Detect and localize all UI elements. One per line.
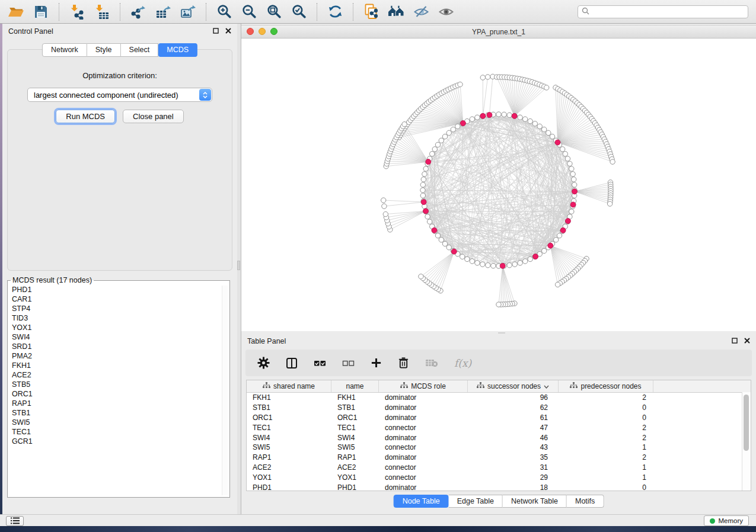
- toolbar-separator: [353, 3, 353, 21]
- mcds-result-item[interactable]: STP4: [12, 304, 221, 313]
- mcds-result-item[interactable]: STB5: [12, 380, 221, 389]
- optimization-criterion-label: Optimization criterion:: [8, 71, 232, 80]
- tab-mcds[interactable]: MCDS: [158, 43, 197, 57]
- mcds-result-item[interactable]: FKH1: [12, 361, 221, 370]
- deselect-all-icon[interactable]: [342, 359, 355, 367]
- table-row[interactable]: YOX1YOX1connector291: [247, 472, 751, 482]
- table-panel: Table Panel f(x) shared namenameMCDS rol…: [241, 334, 756, 514]
- tab-style[interactable]: Style: [87, 43, 121, 57]
- memory-status-icon: [710, 518, 715, 524]
- table-row[interactable]: FKH1FKH1dominator962: [247, 393, 751, 403]
- table-cell: TEC1: [247, 424, 331, 432]
- toolbar-group: [359, 2, 458, 21]
- search-input[interactable]: [589, 6, 748, 18]
- table-toolbar: f(x): [245, 350, 752, 376]
- import-table-icon[interactable]: [90, 2, 114, 21]
- table-cell: PHD1: [247, 483, 331, 492]
- criterion-dropdown[interactable]: largest connected component (undirected): [27, 88, 212, 102]
- result-list-scrollbar[interactable]: [222, 286, 228, 495]
- column-header-predecessor-nodes[interactable]: predecessor nodes: [559, 380, 653, 392]
- table-row[interactable]: TEC1TEC1connector472: [247, 422, 751, 432]
- zoom-in-icon[interactable]: [212, 2, 237, 21]
- tab-motifs[interactable]: Motifs: [567, 495, 604, 508]
- table-row[interactable]: ORC1ORC1dominator610: [247, 413, 751, 423]
- status-bar: Memory: [0, 514, 756, 526]
- mcds-result-item[interactable]: SWI4: [12, 332, 221, 342]
- table-cell: ORC1: [331, 414, 379, 422]
- add-column-icon[interactable]: [371, 357, 382, 368]
- float-panel-icon[interactable]: [213, 27, 219, 36]
- tab-network-table[interactable]: Network Table: [503, 495, 567, 508]
- close-panel-button[interactable]: Close panel: [123, 110, 184, 123]
- save-session-icon[interactable]: [28, 2, 53, 21]
- mcds-result-item[interactable]: PHD1: [12, 285, 221, 294]
- table-row[interactable]: STB1STB1dominator620: [247, 403, 751, 413]
- share-network-file-icon[interactable]: [359, 2, 384, 21]
- table-settings-gear-icon[interactable]: [257, 357, 270, 369]
- export-image-icon[interactable]: [176, 2, 200, 21]
- refresh-network-icon[interactable]: [323, 2, 347, 21]
- export-table-icon[interactable]: [151, 2, 176, 21]
- mcds-result-item[interactable]: RAP1: [12, 399, 221, 408]
- minimize-window-icon[interactable]: [259, 28, 266, 35]
- mcds-result-item[interactable]: PMA2: [12, 351, 221, 361]
- mcds-result-item[interactable]: SRD1: [12, 342, 221, 351]
- table-scrollbar[interactable]: [742, 392, 751, 491]
- mcds-result-item[interactable]: TID3: [12, 313, 221, 323]
- table-cell: 2: [559, 434, 653, 442]
- task-history-button[interactable]: [6, 516, 24, 526]
- mcds-result-item[interactable]: ACE2: [12, 370, 221, 380]
- close-window-icon[interactable]: [247, 28, 254, 35]
- run-mcds-button[interactable]: Run MCDS: [56, 110, 115, 123]
- zoom-out-icon[interactable]: [237, 2, 261, 21]
- import-network-icon[interactable]: [65, 2, 90, 21]
- table-row[interactable]: RAP1RAP1dominator352: [247, 453, 751, 463]
- mcds-result-item[interactable]: STB1: [12, 408, 221, 418]
- memory-button[interactable]: Memory: [704, 515, 749, 526]
- hide-eye-icon[interactable]: [409, 2, 433, 21]
- network-canvas[interactable]: [241, 39, 756, 331]
- home-icon[interactable]: [384, 2, 409, 21]
- close-panel-icon[interactable]: [225, 27, 231, 36]
- table-row[interactable]: PHD1PHD1dominator180: [247, 482, 751, 492]
- column-header-MCDS-role[interactable]: MCDS role: [379, 380, 468, 392]
- zoom-selected-icon[interactable]: [286, 2, 311, 21]
- tab-edge-table[interactable]: Edge Table: [449, 495, 503, 508]
- select-all-icon[interactable]: [314, 359, 326, 367]
- column-header-name[interactable]: name: [331, 380, 379, 392]
- table-cell: RAP1: [247, 453, 331, 462]
- mcds-result-item[interactable]: ORC1: [12, 389, 221, 399]
- export-network-icon[interactable]: [126, 2, 151, 21]
- mcds-result-item[interactable]: SWI5: [12, 418, 221, 427]
- tab-node-table[interactable]: Node Table: [394, 495, 449, 508]
- column-header-successor-nodes[interactable]: successor nodes: [468, 380, 559, 392]
- sort-chevron-icon[interactable]: [544, 382, 549, 390]
- table-row[interactable]: SWI4SWI4dominator462: [247, 432, 751, 443]
- open-session-icon[interactable]: [4, 2, 28, 21]
- maximize-window-icon[interactable]: [270, 28, 277, 35]
- table-cell: dominator: [379, 453, 468, 462]
- float-panel-icon[interactable]: [732, 337, 738, 345]
- table-cell: ORC1: [247, 414, 331, 422]
- vertical-splitter-handle[interactable]: [237, 261, 240, 270]
- column-header-shared-name[interactable]: shared name: [247, 380, 331, 392]
- table-scrollbar-thumb[interactable]: [744, 395, 749, 451]
- mcds-result-item[interactable]: CAR1: [12, 294, 221, 304]
- tab-network[interactable]: Network: [42, 43, 87, 57]
- delete-column-icon[interactable]: [398, 357, 409, 369]
- mcds-result-item[interactable]: GCR1: [12, 437, 221, 446]
- search-field[interactable]: [578, 5, 748, 18]
- mcds-result-item[interactable]: TEC1: [12, 427, 221, 437]
- toolbar-separator: [206, 3, 206, 21]
- tab-select[interactable]: Select: [121, 43, 159, 57]
- mcds-result-item[interactable]: YOX1: [12, 323, 221, 332]
- table-row[interactable]: ACE2ACE2connector311: [247, 463, 751, 473]
- close-panel-icon[interactable]: [744, 337, 750, 345]
- show-eye-icon[interactable]: [433, 2, 458, 21]
- network-graph[interactable]: [241, 39, 756, 331]
- toolbar-group: [4, 2, 53, 21]
- table-row[interactable]: SWI5SWI5connector431: [247, 443, 751, 453]
- column-view-icon[interactable]: [286, 357, 298, 369]
- table-cell: ACE2: [247, 463, 331, 472]
- zoom-fit-icon[interactable]: [261, 2, 286, 21]
